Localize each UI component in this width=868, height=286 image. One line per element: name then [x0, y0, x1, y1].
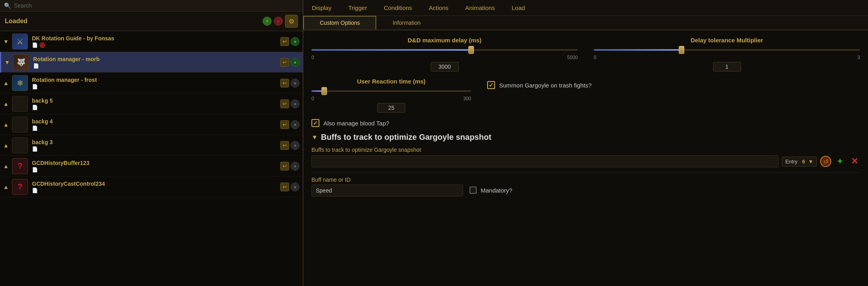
blood-tap-checkbox-row: Also manage blood Tap? [311, 119, 860, 127]
item-sub: 📄 [32, 84, 280, 89]
reaction-rail [311, 90, 471, 92]
search-input[interactable] [14, 2, 299, 9]
section-header: Loaded + − ⚙ [0, 12, 303, 31]
move-icon[interactable]: ↩ [280, 141, 289, 150]
item-list: ▼ ⚔ DK Rotation Guide - by Fonsas 📄 ↩ ● … [0, 31, 303, 286]
mandatory-label: Mandatory? [481, 187, 512, 194]
move-icon[interactable]: ↩ [280, 37, 289, 46]
list-item[interactable]: ▼ 🐺 Rotation manager - morb 📄 ↩ ● [0, 52, 303, 73]
reset-icon[interactable]: ↺ [820, 156, 831, 167]
move-icon[interactable]: ↩ [280, 162, 289, 171]
item-name: Rotation manager - morb [33, 56, 280, 62]
item-actions: ↩ ● [280, 141, 299, 150]
item-actions: ↩ ● [280, 183, 299, 191]
item-content: GCDHistoryCastControl234 📄 [32, 181, 280, 193]
entry-input[interactable] [311, 155, 779, 167]
reaction-thumb[interactable] [321, 87, 327, 95]
gargoyle-checkbox-row: Summon Gargoyle on trash fights? [487, 81, 860, 89]
list-item[interactable]: ▲ ❄ Rotation manager - frost 📄 ↩ ● [0, 73, 303, 93]
tab-conditions[interactable]: Conditions [375, 0, 420, 16]
main-content: D&D maximum delay (ms) 0 5000 3000 Del [303, 30, 868, 286]
item-actions: ↩ ● [280, 99, 299, 108]
move-icon[interactable]: ↩ [280, 120, 289, 129]
tab-load[interactable]: Load [503, 0, 533, 16]
enable-icon[interactable]: ● [291, 58, 299, 67]
list-item[interactable]: ▲ backg 3 📄 ↩ ● [0, 135, 303, 156]
list-item[interactable]: ▲ ? GCDHistoryBuffer123 📄 ↩ ● [0, 156, 303, 177]
list-item[interactable]: ▲ backg 5 📄 ↩ ● [0, 93, 303, 114]
dd-delay-thumb[interactable] [468, 46, 474, 54]
entry-label: Buffs to track to optimize Gargoyle snap… [311, 147, 860, 153]
item-sub: 📄 [32, 146, 280, 152]
dd-delay-value[interactable]: 3000 [431, 62, 459, 72]
entry-select-arrow-icon: ▼ [808, 159, 813, 165]
status-badge [40, 42, 45, 48]
tab-display[interactable]: Display [303, 0, 340, 16]
tab-custom-options[interactable]: Custom Options [303, 16, 376, 30]
entry-select[interactable]: Entry 6 ▼ [782, 157, 817, 167]
settings-button[interactable]: ⚙ [285, 15, 298, 28]
left-panel: 🔍 Loaded + − ⚙ ▼ ⚔ DK Rotation Guide - b… [0, 0, 303, 286]
list-item[interactable]: ▼ ⚔ DK Rotation Guide - by Fonsas 📄 ↩ ● [0, 31, 303, 52]
arrow-icon: ▲ [3, 142, 10, 149]
item-icon [12, 117, 28, 133]
delay-mult-value[interactable]: 1 [713, 62, 741, 72]
disable-icon[interactable]: ● [291, 99, 299, 108]
gargoyle-checkbox[interactable] [487, 81, 495, 89]
mandatory-checkbox[interactable] [470, 187, 477, 194]
remove-entry-icon[interactable]: ✕ [849, 156, 860, 167]
doc-icon: 📄 [32, 84, 38, 89]
disable-icon[interactable]: ● [291, 141, 299, 150]
move-icon[interactable]: ↩ [280, 58, 289, 67]
disable-icon[interactable]: ● [291, 162, 299, 171]
section-collapse[interactable]: ▼ Buffs to track to optimize Gargoyle sn… [311, 133, 860, 142]
dd-delay-minmax: 0 5000 [311, 55, 578, 60]
entry-select-number: 6 [802, 159, 805, 165]
reaction-min: 0 [311, 96, 314, 101]
delay-mult-thumb[interactable] [679, 46, 684, 54]
tab-animations[interactable]: Animations [457, 0, 503, 16]
item-actions: ↩ ● [280, 162, 299, 171]
item-name: backg 4 [32, 118, 280, 125]
item-content: Rotation manager - frost 📄 [32, 77, 280, 89]
reaction-value[interactable]: 25 [377, 103, 405, 113]
enable-icon[interactable]: ● [291, 37, 299, 46]
add-button[interactable]: + [263, 17, 271, 26]
search-bar: 🔍 [0, 0, 303, 12]
tab-trigger[interactable]: Trigger [340, 0, 375, 16]
list-item[interactable]: ▲ backg 4 📄 ↩ ● [0, 114, 303, 135]
arrow-icon: ▲ [3, 101, 10, 107]
item-name: GCDHistoryBuffer123 [32, 160, 280, 166]
doc-icon: 📄 [32, 188, 38, 193]
move-icon[interactable]: ↩ [280, 99, 289, 108]
reaction-row: User Reaction time (ms) 0 300 25 [311, 78, 860, 113]
tab-actions[interactable]: Actions [420, 0, 457, 16]
item-content: backg 4 📄 [32, 118, 280, 131]
arrow-icon: ▼ [4, 59, 11, 66]
item-icon [12, 137, 28, 153]
disable-icon[interactable]: ● [291, 79, 299, 87]
item-name: Rotation manager - frost [32, 77, 280, 83]
reaction-value-box: 25 [311, 103, 471, 113]
move-icon[interactable]: ↩ [280, 79, 289, 87]
item-actions: ↩ ● [280, 120, 299, 129]
item-content: backg 3 📄 [32, 139, 280, 152]
remove-button[interactable]: − [274, 17, 283, 26]
reaction-right: Summon Gargoyle on trash fights? [487, 78, 860, 93]
right-panel: Display Trigger Conditions Actions Anima… [303, 0, 868, 286]
add-entry-icon[interactable]: + [834, 156, 846, 167]
item-icon: ? [12, 158, 28, 174]
disable-icon[interactable]: ● [291, 120, 299, 129]
move-icon[interactable]: ↩ [280, 183, 289, 191]
tab-information[interactable]: Information [376, 16, 437, 30]
disable-icon[interactable]: ● [291, 183, 299, 191]
blood-tap-checkbox[interactable] [311, 119, 319, 127]
list-item[interactable]: ▲ ? GCDHistoryCastControl234 📄 ↩ ● [0, 177, 303, 197]
entry-section: Buffs to track to optimize Gargoyle snap… [311, 147, 860, 167]
buff-name-input[interactable] [311, 185, 463, 197]
item-sub: 📄 [32, 125, 280, 131]
item-actions: ↩ ● [280, 79, 299, 87]
item-icon [12, 96, 28, 112]
item-content: DK Rotation Guide - by Fonsas 📄 [32, 35, 280, 48]
dd-delay-group: D&D maximum delay (ms) 0 5000 3000 [311, 37, 578, 72]
